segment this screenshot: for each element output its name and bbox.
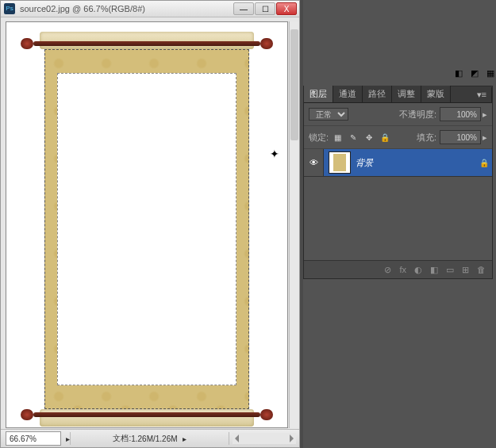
trash-icon[interactable]: 🗑 bbox=[477, 265, 486, 274]
canvas[interactable]: ✦ bbox=[6, 21, 288, 428]
fill-field[interactable]: 100% bbox=[440, 130, 481, 144]
layer-row[interactable]: 👁 背景 🔒 bbox=[304, 149, 492, 177]
panel-menu-icon[interactable]: ▾≡ bbox=[472, 87, 492, 102]
panel-icon[interactable]: ▦ bbox=[486, 68, 494, 78]
fill-label: 填充: bbox=[417, 132, 436, 144]
tab-channels[interactable]: 通道 bbox=[333, 86, 363, 102]
panel-icon[interactable]: ◩ bbox=[471, 68, 479, 78]
scrollbar-thumb[interactable] bbox=[290, 29, 298, 140]
selection-inner bbox=[57, 73, 236, 385]
lock-pixels-icon[interactable]: ✎ bbox=[348, 132, 359, 143]
panel-icon[interactable]: ◧ bbox=[455, 68, 463, 78]
arrow-right-icon[interactable]: ▸ bbox=[183, 435, 186, 443]
link-layers-icon[interactable]: ⊘ bbox=[384, 265, 391, 275]
layers-panel: 图层 通道 路径 调整 蒙版 ▾≡ 正常 不透明度: 100% ▸ 锁定: ▦ … bbox=[303, 86, 493, 279]
maximize-button[interactable]: ☐ bbox=[255, 2, 275, 15]
statusbar: 66.67% ▸ 文档: 1.26M/1.26M ▸ bbox=[1, 429, 299, 447]
window-title: source02.jpg @ 66.7%(RGB/8#) bbox=[20, 4, 145, 13]
fx-icon[interactable]: fx bbox=[399, 265, 406, 274]
layers-list[interactable]: 👁 背景 🔒 bbox=[304, 149, 492, 260]
close-button[interactable]: X bbox=[276, 2, 297, 15]
opacity-field[interactable]: 100% bbox=[440, 107, 481, 121]
tab-layers[interactable]: 图层 bbox=[304, 86, 333, 102]
arrow-right-icon[interactable]: ▸ bbox=[483, 109, 487, 120]
document-window: source02.jpg @ 66.7%(RGB/8#) — ☐ X ✦ 66.… bbox=[0, 0, 300, 448]
scroll-artwork bbox=[21, 29, 273, 428]
vertical-scrollbar[interactable] bbox=[289, 21, 299, 428]
tab-adjustments[interactable]: 调整 bbox=[392, 86, 421, 102]
minimize-button[interactable]: — bbox=[233, 2, 254, 15]
collapsed-panel-icons: ◧ ◩ ▦ bbox=[455, 68, 494, 78]
arrow-right-icon[interactable]: ▸ bbox=[483, 132, 487, 143]
adjustment-icon[interactable]: ◧ bbox=[430, 265, 438, 275]
visibility-toggle[interactable]: 👁 bbox=[304, 149, 324, 176]
blend-mode-select[interactable]: 正常 bbox=[309, 108, 348, 121]
tab-paths[interactable]: 路径 bbox=[363, 86, 392, 102]
lock-label: 锁定: bbox=[309, 132, 329, 144]
layer-thumbnail[interactable] bbox=[329, 151, 351, 174]
layer-name[interactable]: 背景 bbox=[356, 157, 476, 169]
lock-icon: 🔒 bbox=[476, 159, 492, 167]
horizontal-scrollbar[interactable] bbox=[233, 433, 296, 444]
new-layer-icon[interactable]: ⊞ bbox=[462, 265, 469, 275]
opacity-label: 不透明度: bbox=[399, 109, 436, 121]
ps-icon bbox=[4, 3, 15, 14]
mask-icon[interactable]: ◐ bbox=[414, 265, 422, 275]
tab-masks[interactable]: 蒙版 bbox=[421, 86, 451, 102]
lock-all-icon[interactable]: 🔒 bbox=[379, 132, 390, 143]
group-icon[interactable]: ▭ bbox=[446, 265, 454, 275]
titlebar[interactable]: source02.jpg @ 66.7%(RGB/8#) — ☐ X bbox=[1, 1, 299, 17]
lock-position-icon[interactable]: ✥ bbox=[363, 132, 375, 143]
layers-panel-footer: ⊘ fx ◐ ◧ ▭ ⊞ 🗑 bbox=[304, 260, 492, 278]
right-rail: ◧ ◩ ▦ 图层 通道 路径 调整 蒙版 ▾≡ 正常 不透明度: 100% ▸ … bbox=[303, 0, 496, 448]
lock-fill-row: 锁定: ▦ ✎ ✥ 🔒 填充: 100% ▸ bbox=[304, 126, 492, 149]
lock-transparency-icon[interactable]: ▦ bbox=[332, 132, 343, 143]
blend-opacity-row: 正常 不透明度: 100% ▸ bbox=[304, 103, 492, 126]
docinfo-label: 文档: bbox=[113, 433, 131, 444]
panel-tabs: 图层 通道 路径 调整 蒙版 ▾≡ bbox=[304, 86, 492, 103]
docinfo-value: 1.26M/1.26M bbox=[131, 435, 177, 443]
zoom-field[interactable]: 66.67% bbox=[6, 431, 61, 446]
